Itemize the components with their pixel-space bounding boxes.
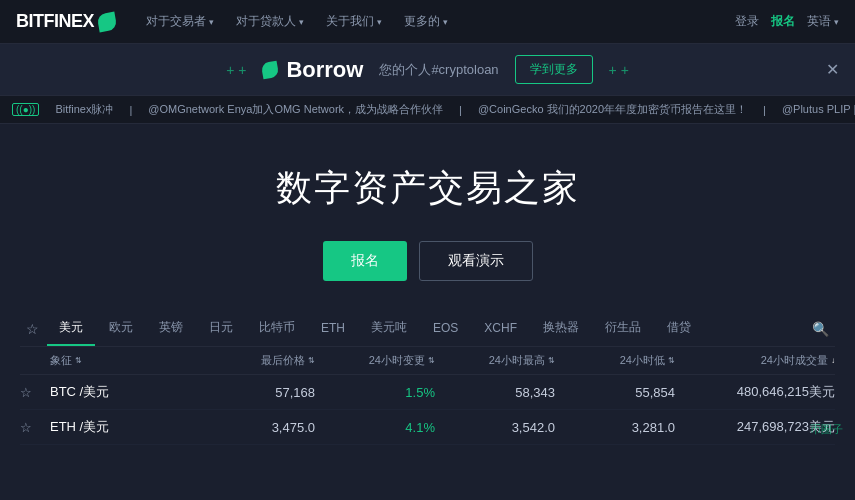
nav-item-more[interactable]: 更多的 ▾	[394, 9, 458, 34]
sort-icon: ⇅	[548, 356, 555, 365]
borrow-leaf-icon	[261, 60, 280, 79]
sort-icon: ⇅	[75, 356, 82, 365]
navbar: BITFINEX 对于交易者 ▾ 对于贷款人 ▾ 关于我们 ▾ 更多的 ▾ 登录…	[0, 0, 855, 44]
tab-eth[interactable]: ETH	[309, 313, 357, 345]
symbol-btc[interactable]: BTC /美元	[50, 383, 185, 401]
nav-item-traders[interactable]: 对于交易者 ▾	[136, 9, 224, 34]
ticker-separator-3: |	[763, 104, 766, 116]
decorative-plus-2: + +	[609, 62, 629, 78]
change-btc: 1.5%	[315, 385, 435, 400]
ticker-separator-1: |	[129, 104, 132, 116]
nav-item-lenders[interactable]: 对于贷款人 ▾	[226, 9, 314, 34]
close-banner-button[interactable]: ✕	[826, 60, 839, 79]
low-eth: 3,281.0	[555, 420, 675, 435]
nav-links: 对于交易者 ▾ 对于贷款人 ▾ 关于我们 ▾ 更多的 ▾	[136, 9, 735, 34]
logo-text: BITFINEX	[16, 11, 94, 32]
nav-right: 登录 报名 英语 ▾	[735, 13, 839, 30]
logo[interactable]: BITFINEX	[16, 11, 116, 32]
table-row: ☆ BTC /美元 57,168 1.5% 58,343 55,854 480,…	[20, 375, 835, 410]
ticker-item-3: @CoinGecko 我们的2020年年度加密货币报告在这里！	[478, 102, 747, 117]
ticker-item-2: @OMGnetwork Enya加入OMG Network，成为战略合作伙伴	[148, 102, 443, 117]
promo-banner: + + Borrow 您的个人#cryptoloan 学到更多 + + ✕	[0, 44, 855, 96]
chevron-down-icon: ▾	[299, 17, 304, 27]
hero-demo-button[interactable]: 观看演示	[419, 241, 533, 281]
symbol-eth[interactable]: ETH /美元	[50, 418, 185, 436]
watermark: 币圈子	[810, 422, 843, 437]
hero-buttons: 报名 观看演示	[20, 241, 835, 281]
decorative-plus-1: + +	[226, 62, 246, 78]
nav-item-about[interactable]: 关于我们 ▾	[316, 9, 392, 34]
market-table: 象征 ⇅ 最后价格 ⇅ 24小时变更 ⇅ 24小时最高 ⇅ 24小时低 ⇅ 24…	[20, 347, 835, 445]
table-row: ☆ ETH /美元 3,475.0 4.1% 3,542.0 3,281.0 2…	[20, 410, 835, 445]
hero-signup-button[interactable]: 报名	[323, 241, 407, 281]
market-section: ☆ 美元 欧元 英镑 日元 比特币 ETH 美元吨 EOS XCHF 换热器 衍…	[0, 311, 855, 445]
favorite-star-btc[interactable]: ☆	[20, 385, 50, 400]
sort-icon-active: ↓	[831, 356, 835, 365]
ticker-separator-2: |	[459, 104, 462, 116]
live-badge: ((●))	[12, 103, 39, 116]
col-volume[interactable]: 24小时成交量 ↓	[675, 353, 835, 368]
change-eth: 4.1%	[315, 420, 435, 435]
tab-exchange[interactable]: 换热器	[531, 311, 591, 346]
chevron-down-icon: ▾	[377, 17, 382, 27]
tab-btc[interactable]: 比特币	[247, 311, 307, 346]
hero-section: 数字资产交易之家 报名 观看演示	[0, 124, 855, 311]
tab-jpy[interactable]: 日元	[197, 311, 245, 346]
favorites-tab[interactable]: ☆	[20, 313, 45, 345]
price-eth: 3,475.0	[185, 420, 315, 435]
col-star	[20, 353, 50, 368]
table-header: 象征 ⇅ 最后价格 ⇅ 24小时变更 ⇅ 24小时最高 ⇅ 24小时低 ⇅ 24…	[20, 347, 835, 375]
col-low[interactable]: 24小时低 ⇅	[555, 353, 675, 368]
chevron-down-icon: ▾	[209, 17, 214, 27]
sort-icon: ⇅	[308, 356, 315, 365]
tab-xchf[interactable]: XCHF	[472, 313, 529, 345]
tab-eos[interactable]: EOS	[421, 313, 470, 345]
news-ticker: ((●)) Bitfinex脉冲 | @OMGnetwork Enya加入OMG…	[0, 96, 855, 124]
favorite-star-eth[interactable]: ☆	[20, 420, 50, 435]
search-icon[interactable]: 🔍	[806, 313, 835, 345]
banner-brand: Borrow	[262, 57, 363, 83]
ticker-item-1: Bitfinex脉冲	[55, 102, 113, 117]
col-price[interactable]: 最后价格 ⇅	[185, 353, 315, 368]
tab-eur[interactable]: 欧元	[97, 311, 145, 346]
chevron-down-icon: ▾	[443, 17, 448, 27]
high-eth: 3,542.0	[435, 420, 555, 435]
volume-btc: 480,646,215美元	[675, 383, 835, 401]
price-btc: 57,168	[185, 385, 315, 400]
login-button[interactable]: 登录	[735, 13, 759, 30]
sort-icon: ⇅	[668, 356, 675, 365]
logo-leaf-icon	[97, 11, 118, 32]
tab-derivatives[interactable]: 衍生品	[593, 311, 653, 346]
tab-lending[interactable]: 借贷	[655, 311, 703, 346]
market-tabs: ☆ 美元 欧元 英镑 日元 比特币 ETH 美元吨 EOS XCHF 换热器 衍…	[20, 311, 835, 347]
signup-button[interactable]: 报名	[771, 13, 795, 30]
col-change[interactable]: 24小时变更 ⇅	[315, 353, 435, 368]
col-high[interactable]: 24小时最高 ⇅	[435, 353, 555, 368]
chevron-down-icon: ▾	[834, 17, 839, 27]
tab-usdt[interactable]: 美元吨	[359, 311, 419, 346]
high-btc: 58,343	[435, 385, 555, 400]
banner-subtitle: 您的个人#cryptoloan	[379, 61, 498, 79]
col-symbol[interactable]: 象征 ⇅	[50, 353, 185, 368]
hero-title: 数字资产交易之家	[20, 164, 835, 213]
tab-gbp[interactable]: 英镑	[147, 311, 195, 346]
language-selector[interactable]: 英语 ▾	[807, 13, 839, 30]
ticker-item-4: @Plutus PLIP | Pluton流动	[782, 102, 855, 117]
learn-more-button[interactable]: 学到更多	[515, 55, 593, 84]
low-btc: 55,854	[555, 385, 675, 400]
tab-usd[interactable]: 美元	[47, 311, 95, 346]
sort-icon: ⇅	[428, 356, 435, 365]
